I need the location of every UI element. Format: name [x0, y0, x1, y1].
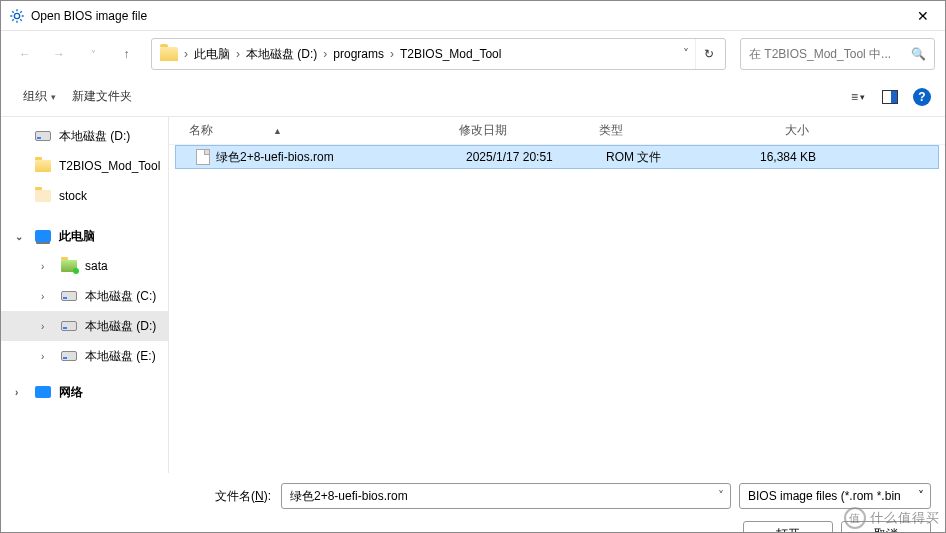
breadcrumb-item[interactable]: 本地磁盘 (D:) [242, 46, 321, 63]
sort-indicator-icon: ▲ [273, 126, 282, 136]
svg-rect-2 [891, 91, 897, 103]
chevron-right-icon: › [41, 291, 53, 302]
address-bar[interactable]: › 此电脑 › 本地磁盘 (D:) › programs › T2BIOS_Mo… [151, 38, 726, 70]
column-name[interactable]: 名称▲ [189, 122, 459, 139]
organize-menu[interactable]: 组织▾ [15, 84, 64, 109]
new-folder-button[interactable]: 新建文件夹 [64, 84, 140, 109]
folder-icon [35, 160, 51, 172]
file-type-filter[interactable]: BIOS image files (*.rom *.bin˅ [739, 483, 931, 509]
svg-point-0 [14, 13, 19, 18]
view-options-button[interactable]: ≡ ▾ [849, 88, 867, 106]
disk-icon [61, 291, 77, 301]
column-headers: 名称▲ 修改日期 类型 大小 [169, 117, 945, 145]
search-input[interactable]: 在 T2BIOS_Mod_Tool 中... 🔍 [740, 38, 935, 70]
help-button[interactable]: ? [913, 88, 931, 106]
sidebar: 本地磁盘 (D:) T2BIOS_Mod_Tool stock ⌄此电脑 ›sa… [1, 117, 169, 473]
cancel-button[interactable]: 取消 [841, 521, 931, 533]
sidebar-network[interactable]: ›网络 [1, 377, 168, 407]
disk-icon [35, 131, 51, 141]
window-title: Open BIOS image file [31, 9, 900, 23]
chevron-right-icon: › [41, 261, 53, 272]
preview-pane-button[interactable] [881, 88, 899, 106]
folder-icon [35, 190, 51, 202]
folder-icon [61, 260, 77, 272]
disk-icon [61, 321, 77, 331]
filename-label: 文件名(N): [15, 488, 273, 505]
filename-input[interactable]: 绿色2+8-uefi-bios.rom˅ [281, 483, 731, 509]
file-icon [196, 149, 210, 165]
chevron-right-icon: › [41, 351, 53, 362]
refresh-button[interactable]: ↻ [695, 39, 721, 69]
breadcrumb-item[interactable]: programs [329, 47, 388, 61]
chevron-right-icon: › [182, 47, 190, 61]
sidebar-this-pc[interactable]: ⌄此电脑 [1, 221, 168, 251]
address-dropdown[interactable]: ˅ [677, 47, 695, 61]
chevron-right-icon: › [41, 321, 53, 332]
close-button[interactable]: ✕ [900, 1, 945, 31]
column-size[interactable]: 大小 [719, 122, 819, 139]
chevron-right-icon: › [234, 47, 242, 61]
column-date[interactable]: 修改日期 [459, 122, 599, 139]
sidebar-drive-item[interactable]: ›本地磁盘 (C:) [1, 281, 168, 311]
breadcrumb-item[interactable]: 此电脑 [190, 46, 234, 63]
sidebar-drive-item[interactable]: ›sata [1, 251, 168, 281]
chevron-down-icon: ⌄ [15, 231, 27, 242]
sidebar-drive-item[interactable]: ›本地磁盘 (E:) [1, 341, 168, 371]
recent-dropdown[interactable]: ˅ [79, 40, 107, 68]
chevron-down-icon: ˅ [918, 489, 924, 503]
file-list: 名称▲ 修改日期 类型 大小 绿色2+8-uefi-bios.rom 2025/… [169, 117, 945, 473]
search-icon: 🔍 [911, 47, 926, 61]
search-placeholder: 在 T2BIOS_Mod_Tool 中... [749, 46, 911, 63]
folder-icon [160, 47, 178, 61]
network-icon [35, 386, 51, 398]
gear-icon [9, 8, 25, 24]
open-button[interactable]: 打开 [743, 521, 833, 533]
chevron-right-icon: › [15, 387, 27, 398]
sidebar-drive-item[interactable]: ›本地磁盘 (D:) [1, 311, 168, 341]
disk-icon [61, 351, 77, 361]
chevron-right-icon: › [321, 47, 329, 61]
sidebar-quick-item[interactable]: T2BIOS_Mod_Tool [1, 151, 168, 181]
forward-button[interactable]: → [45, 40, 73, 68]
chevron-down-icon[interactable]: ˅ [718, 489, 724, 503]
chevron-right-icon: › [388, 47, 396, 61]
file-row[interactable]: 绿色2+8-uefi-bios.rom 2025/1/17 20:51 ROM … [175, 145, 939, 169]
column-type[interactable]: 类型 [599, 122, 719, 139]
up-button[interactable]: ↑ [113, 40, 141, 68]
pc-icon [35, 230, 51, 242]
sidebar-quick-item[interactable]: stock [1, 181, 168, 211]
breadcrumb-item[interactable]: T2BIOS_Mod_Tool [396, 47, 505, 61]
sidebar-quick-item[interactable]: 本地磁盘 (D:) [1, 121, 168, 151]
back-button[interactable]: ← [11, 40, 39, 68]
